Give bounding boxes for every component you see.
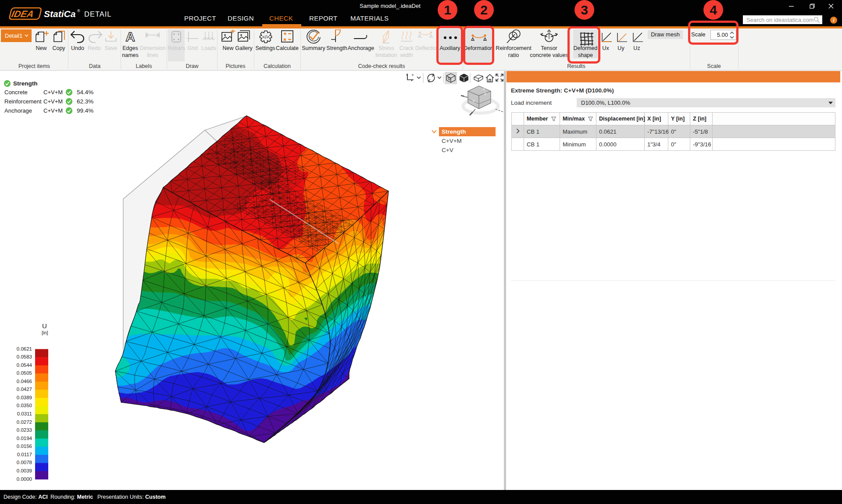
svg-text:</>: </> bbox=[262, 34, 269, 39]
svg-text:DETAIL: DETAIL bbox=[84, 10, 112, 18]
svg-text:Y: Y bbox=[472, 99, 475, 103]
svg-text:X: X bbox=[483, 87, 485, 91]
svg-text:A: A bbox=[125, 30, 135, 43]
svg-text:®: ® bbox=[77, 9, 80, 13]
svg-text:StatiCa: StatiCa bbox=[44, 9, 76, 19]
svg-text:IDEA: IDEA bbox=[11, 9, 35, 19]
svg-text:Z: Z bbox=[484, 92, 486, 96]
